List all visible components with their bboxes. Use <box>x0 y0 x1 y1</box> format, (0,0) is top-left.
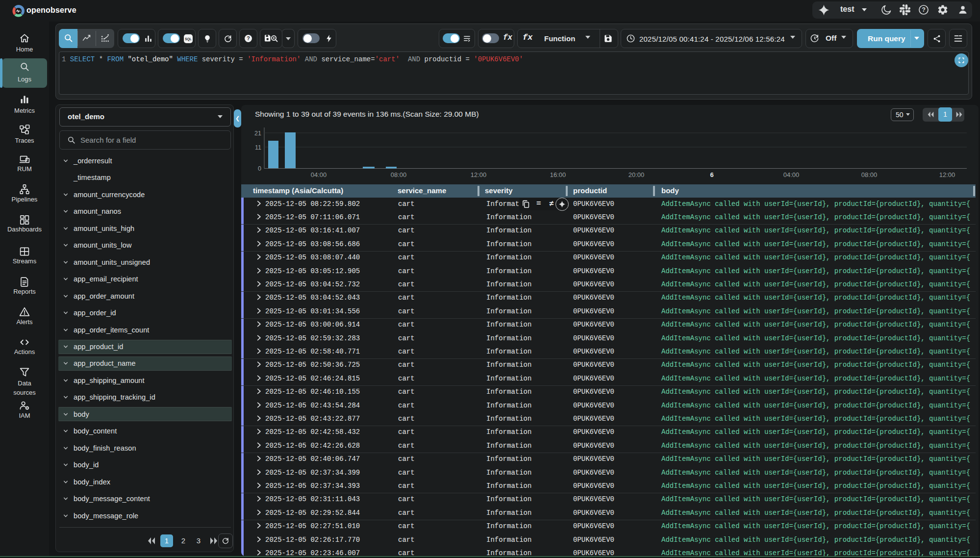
svg-text:08:00: 08:00 <box>861 171 878 178</box>
svg-text:04:00: 04:00 <box>311 171 327 178</box>
svg-text:6: 6 <box>710 171 713 178</box>
svg-text:16:00: 16:00 <box>550 171 566 178</box>
svg-text:11: 11 <box>255 144 261 151</box>
svg-text:08:00: 08:00 <box>391 171 407 178</box>
svg-text:20:00: 20:00 <box>628 171 645 178</box>
svg-text:12:00: 12:00 <box>939 171 955 178</box>
svg-text:?: ? <box>247 35 250 41</box>
svg-text:04:00: 04:00 <box>783 171 800 178</box>
svg-text:21: 21 <box>254 130 261 137</box>
svg-text:12:00: 12:00 <box>471 171 487 178</box>
svg-text:0: 0 <box>258 165 261 172</box>
svg-text:?: ? <box>922 6 926 13</box>
